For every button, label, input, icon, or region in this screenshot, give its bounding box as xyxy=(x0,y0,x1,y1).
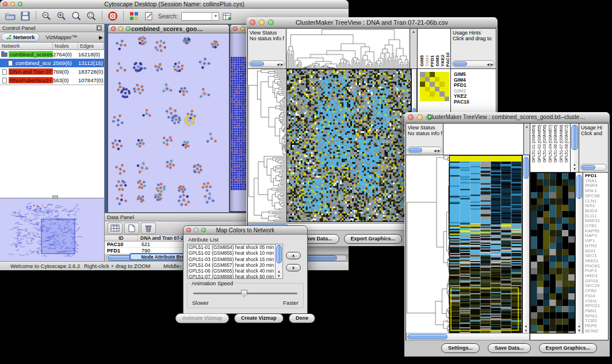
heatmap-cell[interactable] xyxy=(439,91,445,97)
heatmap-vscrollbar[interactable] xyxy=(522,155,530,334)
export-graphics-button[interactable]: Export Graphics... xyxy=(344,234,403,244)
heatmap-cell[interactable] xyxy=(435,77,440,82)
close-icon[interactable] xyxy=(111,26,116,31)
annotation-icon[interactable] xyxy=(142,10,156,22)
heatmap-cell[interactable] xyxy=(420,82,425,87)
move-down-button[interactable]: ∨ xyxy=(286,264,300,271)
zoom-heatmap-grid[interactable] xyxy=(420,72,450,101)
heatmap-cell[interactable] xyxy=(420,97,425,102)
heatmap-cell[interactable] xyxy=(425,91,430,97)
animate-vizmap-button[interactable]: Animate Vizmap xyxy=(175,313,229,323)
heatmap-cell[interactable] xyxy=(430,82,435,87)
attribute-list[interactable]: GPL51-01 (GSM854) heat shock 05 minGPL51… xyxy=(187,244,276,279)
scroll-right-icon[interactable] xyxy=(490,62,493,66)
select-attributes-button[interactable] xyxy=(108,223,123,234)
column-header-edges[interactable]: Edges xyxy=(78,43,104,49)
heatmap-cell[interactable] xyxy=(425,77,430,82)
attribute-table-icon[interactable] xyxy=(220,10,234,22)
zoom-in-button[interactable] xyxy=(55,10,68,22)
column-header-id[interactable]: ID xyxy=(105,235,138,241)
scroll-right-icon[interactable] xyxy=(280,62,283,66)
zoom-fit-button[interactable] xyxy=(70,10,83,22)
close-icon[interactable] xyxy=(250,20,255,25)
heatmap-cell[interactable] xyxy=(445,91,450,97)
settings-button[interactable]: Settings... xyxy=(441,343,480,353)
attribute-item[interactable]: GPL51-01 (GSM854) heat shock 05 min xyxy=(188,244,275,250)
close-icon[interactable] xyxy=(408,114,414,120)
tab-overflow-icon[interactable] xyxy=(99,35,103,40)
row-dendrogram-canvas[interactable] xyxy=(248,69,286,222)
save-session-button[interactable] xyxy=(18,10,32,22)
column-header-nodes[interactable]: Nodes xyxy=(53,43,78,49)
heatmap-cell[interactable] xyxy=(420,77,425,82)
heatmap-cell[interactable] xyxy=(445,97,450,102)
search-input[interactable]: ▼ xyxy=(181,12,219,21)
minimize-icon[interactable] xyxy=(10,2,15,6)
treeview2-hscrollbar[interactable] xyxy=(406,333,530,340)
scrollbar-thumb[interactable] xyxy=(571,125,578,150)
export-graphics-button[interactable]: Export Graphics... xyxy=(539,343,598,353)
network-view-1-canvas[interactable] xyxy=(108,33,229,212)
vizmapper-icon[interactable] xyxy=(127,10,141,22)
heatmap-cell[interactable] xyxy=(445,82,450,87)
heatmap-cell[interactable] xyxy=(445,87,450,92)
heatmap-cell[interactable] xyxy=(439,77,445,82)
scroll-down-icon[interactable] xyxy=(277,274,281,278)
heatmap-cell[interactable] xyxy=(439,87,445,92)
column-dendrogram-canvas[interactable] xyxy=(286,29,410,68)
birdseye-overview-canvas[interactable] xyxy=(0,198,104,260)
network-tree-whitespace[interactable] xyxy=(0,85,104,198)
view-status-scrollbar[interactable] xyxy=(249,60,285,67)
network-table-header[interactable]: Network Nodes Edges xyxy=(0,43,104,50)
minimize-icon[interactable] xyxy=(118,26,123,31)
heatmap-cell[interactable] xyxy=(430,72,435,77)
view-status-scrollbar[interactable] xyxy=(407,147,442,154)
close-icon[interactable] xyxy=(186,228,191,232)
heatmap-cell[interactable] xyxy=(425,87,430,92)
scrollbar-thumb[interactable] xyxy=(523,157,529,179)
usage-hints-scrollbar[interactable] xyxy=(452,60,495,67)
attribute-item[interactable]: GPL51-03 (GSM856) heat shock 15 min xyxy=(188,256,275,262)
minimize-icon[interactable] xyxy=(240,26,245,31)
table-row[interactable]: RNAPuberNov2+563(0)107847(0) xyxy=(0,76,104,85)
heatmap-cell[interactable] xyxy=(420,91,425,97)
gene-label[interactable]: MON2 xyxy=(585,329,608,334)
heatmap-cell[interactable] xyxy=(439,82,445,87)
zoom-selected-button[interactable] xyxy=(85,10,98,22)
done-button[interactable]: Done xyxy=(289,313,316,323)
resize-grip[interactable] xyxy=(602,349,609,356)
heatmap-cell[interactable] xyxy=(435,87,440,92)
attribute-item[interactable]: GPL51-04 (GSM857) heat shock 20 min xyxy=(188,262,275,268)
heatmap-cell[interactable] xyxy=(435,97,440,102)
scroll-left-icon[interactable] xyxy=(277,62,280,66)
scroll-up-icon[interactable] xyxy=(577,324,581,328)
zoom-window-icon[interactable] xyxy=(18,2,22,6)
gene-label[interactable]: PAC10 xyxy=(454,99,496,105)
gene-labels-pane[interactable]: PFD1YRA1RNR4MSL1SPC98CLN1NIS1BUD4ELG1MAK… xyxy=(583,173,608,334)
main-titlebar[interactable]: Cytoscape Desktop (Session Name: collins… xyxy=(0,0,349,9)
column-labels-pane[interactable]: GPL51-01 (GSM854)GPL51-02 (GSM855)GPL51-… xyxy=(530,124,570,172)
dialog-titlebar[interactable]: Map Colors to Network xyxy=(183,226,307,235)
scroll-up-icon[interactable] xyxy=(525,324,528,328)
scroll-left-icon[interactable] xyxy=(487,62,489,66)
scroll-left-icon[interactable] xyxy=(434,148,437,152)
scroll-up-icon[interactable] xyxy=(525,125,529,128)
table-row[interactable]: DNA and Tran 07769(0)183728(0) xyxy=(0,67,104,76)
heatmap-cell[interactable] xyxy=(439,97,445,102)
column-dendrogram-empty[interactable] xyxy=(443,124,523,155)
heatmap-cell[interactable] xyxy=(430,91,435,97)
heatmap-cell[interactable] xyxy=(439,72,445,77)
heatmap-cell[interactable] xyxy=(425,82,430,87)
scroll-up-icon[interactable] xyxy=(573,163,576,166)
heatmap-cell[interactable] xyxy=(445,72,450,77)
speed-slider[interactable] xyxy=(193,293,297,294)
scroll-down-icon[interactable] xyxy=(577,329,581,332)
tab-vizmapper[interactable]: VizMapper™ xyxy=(41,33,82,41)
scroll-down-icon[interactable] xyxy=(573,167,576,171)
scrollbar-thumb[interactable] xyxy=(576,175,582,199)
zoom-heatmap-vscrollbar[interactable] xyxy=(575,173,583,334)
tab-network[interactable]: Network xyxy=(1,33,40,41)
table-row[interactable]: combined_sco2569(6)13112(15) xyxy=(0,59,104,67)
create-vizmap-button[interactable]: Create Vizmap xyxy=(234,313,284,323)
usage-hints-scrollbar[interactable] xyxy=(580,164,607,171)
